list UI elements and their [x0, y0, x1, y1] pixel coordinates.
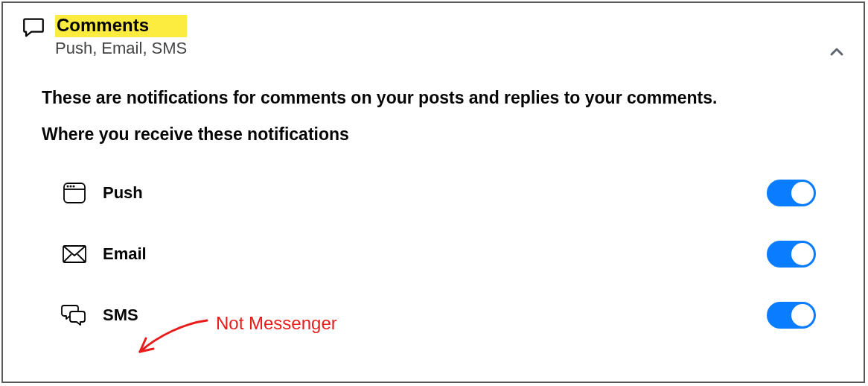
section-subtitle: Push, Email, SMS — [55, 39, 187, 58]
comments-notifications-panel: Comments Push, Email, SMS These are noti… — [1, 1, 865, 383]
comment-bubble-icon — [21, 15, 46, 40]
section-title: Comments — [55, 15, 187, 37]
svg-point-2 — [67, 186, 68, 186]
section-description: These are notifications for comments on … — [42, 88, 849, 108]
chevron-up-icon[interactable] — [828, 43, 846, 64]
svg-point-3 — [70, 186, 71, 186]
svg-line-6 — [63, 254, 71, 262]
envelope-icon — [60, 244, 89, 264]
svg-point-4 — [73, 186, 74, 186]
section-header[interactable]: Comments Push, Email, SMS — [21, 15, 849, 58]
toggle-push[interactable] — [767, 180, 816, 206]
section-subheading: Where you receive these notifications — [42, 124, 849, 145]
option-label: Push — [103, 183, 143, 203]
toggle-sms[interactable] — [767, 302, 816, 329]
option-row-sms: SMS — [60, 285, 849, 346]
chat-bubbles-icon — [60, 303, 89, 327]
option-row-email: Email — [60, 224, 849, 285]
svg-line-7 — [77, 254, 86, 262]
browser-window-icon — [60, 182, 89, 204]
toggle-email[interactable] — [767, 241, 816, 268]
notification-channels-list: Push Email SMS — [60, 162, 849, 346]
option-row-push: Push — [60, 162, 849, 224]
option-label: SMS — [103, 306, 138, 325]
option-label: Email — [103, 244, 147, 264]
